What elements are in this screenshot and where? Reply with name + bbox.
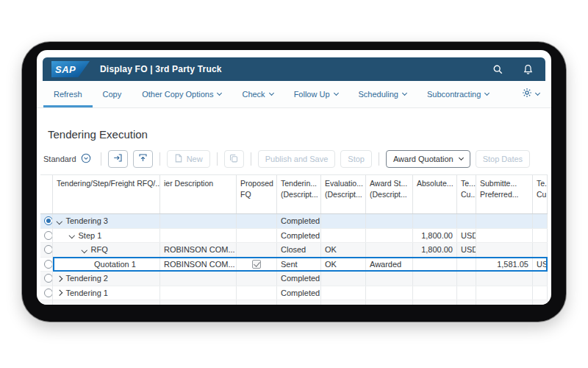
row-label: Tendering 3 <box>66 216 109 225</box>
cell-description <box>160 229 237 243</box>
empty-cell <box>277 300 321 305</box>
cell-evaluation-status <box>321 214 366 228</box>
empty-cell <box>533 300 548 305</box>
empty-cell <box>321 300 366 305</box>
column-header-sel[interactable] <box>40 175 53 213</box>
stop-button[interactable]: Stop <box>340 150 372 168</box>
table-row-tendering-2[interactable]: Tendering 2Completed <box>40 272 548 286</box>
cell-tendering-status: Completed <box>277 272 321 286</box>
toolbar-separator <box>217 152 218 166</box>
table-row-step-1[interactable]: Step 1Completed1,800.00USD <box>40 229 548 244</box>
cell-award-status <box>366 272 413 286</box>
collapse-chevron-icon[interactable] <box>82 247 87 252</box>
view-selector[interactable]: Standard <box>41 153 94 165</box>
settings-gear-button[interactable] <box>522 81 539 107</box>
row-label: Quotation 1 <box>94 260 136 269</box>
cell-currency-2: USD <box>533 258 548 272</box>
column-header-abs[interactable]: Absolute... <box>413 175 457 213</box>
award-quotation-button[interactable]: Award Quotation <box>386 150 470 168</box>
table-row-tendering-3[interactable]: Tendering 3Completed <box>40 214 548 229</box>
expand-chevron-icon[interactable] <box>57 290 62 296</box>
cell-proposed-fq <box>237 258 277 272</box>
cell-submitted-amount <box>476 272 533 286</box>
cell-absolute-amount <box>413 258 457 272</box>
new-document-icon <box>174 154 183 164</box>
cell-currency-2 <box>533 286 548 300</box>
column-header-sub[interactable]: Submitte...Preferred... <box>476 175 533 213</box>
collapse-chevron-icon[interactable] <box>57 218 62 224</box>
tendering-table: Tendering/Step/Freight RFQ/...ier Descri… <box>40 174 548 305</box>
stop-dates-button[interactable]: Stop Dates <box>476 150 530 168</box>
column-header-tstat[interactable]: Tenderin...(Descript... <box>277 175 321 213</box>
tab-other-copy-options[interactable]: Other Copy Options <box>132 81 232 107</box>
tab-check[interactable]: Check <box>232 81 283 107</box>
chevron-down-icon <box>402 91 407 96</box>
publish-and-save-button[interactable]: Publish and Save <box>258 150 336 168</box>
column-header-award[interactable]: Award St...(Descript... <box>366 175 413 213</box>
table-row-quotation-1[interactable]: Quotation 1ROBINSON COM...SentOKAwarded1… <box>40 258 548 272</box>
row-select-radio[interactable] <box>44 216 53 225</box>
table-row-tendering-1[interactable]: Tendering 1Completed <box>40 286 548 301</box>
row-label: Tendering 1 <box>66 289 109 297</box>
row-label: Tendering 2 <box>66 274 109 283</box>
cell-submitted-amount <box>476 214 533 228</box>
menu-bar: RefreshCopyOther Copy OptionsCheckFollow… <box>37 81 551 108</box>
cell-description: ROBINSON COM... <box>160 258 237 272</box>
cell-absolute-amount <box>413 214 457 228</box>
row-select-radio[interactable] <box>44 274 53 283</box>
toolbar-separator <box>159 152 160 166</box>
table-toolbar: Standard <box>41 149 547 169</box>
cell-proposed-fq <box>237 272 277 286</box>
row-select-radio[interactable] <box>44 260 53 269</box>
toolbar-separator <box>251 152 251 166</box>
new-button[interactable]: New <box>167 150 210 168</box>
search-icon[interactable] <box>492 64 503 75</box>
cell-currency-2 <box>533 272 548 286</box>
new-button-label: New <box>187 155 203 163</box>
empty-cell <box>476 300 533 305</box>
collapse-chevron-icon[interactable] <box>69 233 75 238</box>
tab-label: Check <box>242 90 265 99</box>
expand-chevron-icon[interactable] <box>57 275 62 281</box>
tab-scheduling[interactable]: Scheduling <box>348 81 417 107</box>
tab-copy[interactable]: Copy <box>93 81 132 107</box>
collapse-all-button[interactable] <box>133 150 153 168</box>
row-label: Step 1 <box>79 231 102 240</box>
column-header-eval[interactable]: Evaluatio...(Descript... <box>321 175 366 213</box>
copy-icon <box>229 154 238 164</box>
cell-currency-2 <box>533 214 548 228</box>
tab-refresh[interactable]: Refresh <box>43 81 93 107</box>
column-header-desc[interactable]: ier Description <box>160 175 237 213</box>
copy-row-button[interactable] <box>224 150 244 168</box>
tablet-frame: SAP Display FO | 3rd Party Truck <box>22 42 566 322</box>
row-select-radio[interactable] <box>44 289 53 297</box>
column-header-fq[interactable]: ProposedFQ <box>237 175 277 213</box>
column-header-tree[interactable]: Tendering/Step/Freight RFQ/... <box>53 175 160 213</box>
sap-logo: SAP <box>51 61 90 77</box>
expand-node-icon <box>113 153 123 164</box>
column-header-cu2[interactable]: Te...Cu... <box>533 175 548 213</box>
table-row-rfq[interactable]: RFQROBINSON COM...ClosedOK1,800.00USD <box>40 243 548 258</box>
notifications-bell-icon[interactable] <box>523 64 534 75</box>
menu-tabs: RefreshCopyOther Copy OptionsCheckFollow… <box>43 81 499 107</box>
column-header-cu1[interactable]: Te...Cu... <box>457 175 476 213</box>
cell-description <box>160 214 237 228</box>
cell-submitted-amount <box>476 243 533 257</box>
expand-all-button[interactable] <box>108 150 128 168</box>
cell-description <box>160 286 237 300</box>
empty-cell <box>237 300 277 305</box>
table-body: Tendering 3CompletedStep 1Completed1,800… <box>40 214 548 300</box>
tab-subcontracting[interactable]: Subcontracting <box>417 81 499 107</box>
row-select-radio[interactable] <box>44 231 53 240</box>
cell-currency <box>457 258 476 272</box>
tab-label: Copy <box>103 90 122 99</box>
empty-cell <box>413 300 457 305</box>
empty-cell <box>40 300 53 305</box>
row-select-radio[interactable] <box>44 245 53 254</box>
cell-currency: USD <box>457 229 476 243</box>
cell-absolute-amount: 1,800.00 <box>413 243 457 257</box>
award-quotation-label: Award Quotation <box>393 155 453 163</box>
proposed-fq-checkbox[interactable] <box>252 260 261 269</box>
tab-label: Scheduling <box>359 90 398 99</box>
tab-follow-up[interactable]: Follow Up <box>284 81 348 107</box>
